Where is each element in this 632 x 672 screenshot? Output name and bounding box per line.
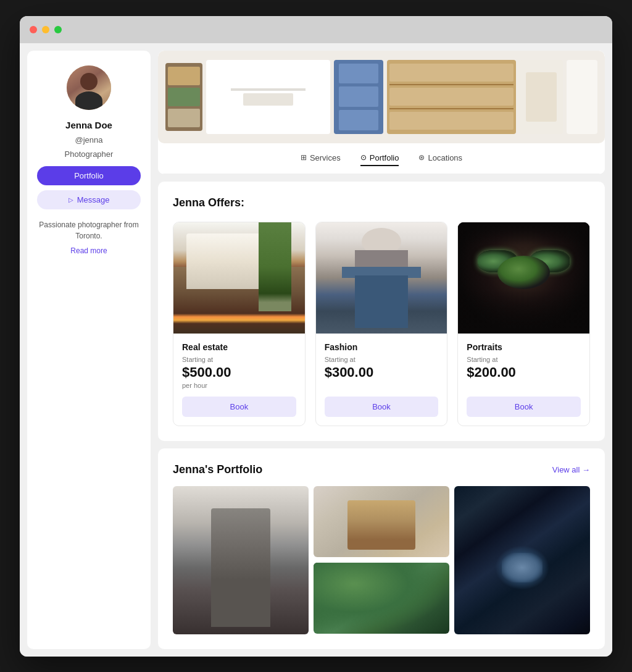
play-icon: ▷ [69, 196, 73, 203]
hero-furniture-image [158, 51, 605, 143]
service-price-real-estate: $500.00 [182, 364, 296, 380]
portfolio-button[interactable]: Portfolio [37, 166, 141, 185]
user-name: Jenna Doe [65, 120, 112, 130]
starting-at-real-estate: Starting at [182, 356, 296, 363]
hero-banner [158, 51, 605, 143]
grid-icon: ⊞ [301, 153, 307, 162]
user-profession: Photographer [65, 149, 114, 159]
message-button[interactable]: ▷ Message [37, 190, 141, 209]
starting-at-portraits: Starting at [467, 356, 581, 363]
service-card-portraits: Portraits Starting at $200.00 Book [457, 222, 590, 426]
tab-services[interactable]: ⊞ Services [301, 151, 341, 166]
user-handle: @jenna [75, 135, 102, 145]
service-image-real-estate [173, 222, 305, 334]
read-more-link[interactable]: Read more [70, 246, 107, 255]
traffic-light-yellow[interactable] [42, 26, 49, 33]
portfolio-item-man-coat[interactable] [173, 486, 309, 634]
portfolio-grid [173, 486, 590, 634]
profile-nav-wrapper: ⊞ Services ⊙ Portfolio ⊛ Locations [158, 51, 605, 174]
service-name-fashion: Fashion [325, 342, 439, 352]
browser-content: Jenna Doe @jenna Photographer Portfolio … [20, 43, 612, 657]
portfolio-item-man-beige[interactable] [314, 486, 449, 557]
traffic-light-green[interactable] [54, 26, 62, 33]
camera-icon: ⊙ [360, 153, 367, 162]
portfolio-section: Jenna's Portfolio View all → [158, 448, 605, 649]
shelf-blue [334, 60, 383, 134]
tab-portfolio[interactable]: ⊙ Portfolio [360, 151, 399, 166]
profile-nav: ⊞ Services ⊙ Portfolio ⊛ Locations [158, 143, 605, 174]
per-unit-real-estate: per hour [182, 382, 296, 389]
services-title: Jenna Offers: [173, 196, 590, 209]
service-body-fashion: Fashion Starting at $300.00 Book [316, 334, 447, 426]
sidebar: Jenna Doe @jenna Photographer Portfolio … [27, 51, 151, 649]
service-card-real-estate: Real estate Starting at $500.00 per hour… [173, 222, 306, 426]
portfolio-image-green [314, 563, 449, 634]
browser-toolbar [20, 16, 612, 43]
service-image-portrait [458, 222, 589, 334]
shelf-right-wood [387, 60, 516, 134]
service-price-fashion: $300.00 [325, 364, 439, 380]
shelf-far-right [520, 60, 563, 134]
shelf-left [165, 63, 202, 131]
tab-services-label: Services [310, 153, 341, 162]
services-section: Jenna Offers: Real estate Starting at [158, 182, 605, 441]
service-body-real-estate: Real estate Starting at $500.00 per hour… [173, 334, 305, 426]
book-button-portraits[interactable]: Book [467, 397, 581, 417]
service-name-portraits: Portraits [467, 342, 581, 352]
portfolio-header: Jenna's Portfolio View all → [173, 463, 590, 476]
view-all-link[interactable]: View all → [552, 465, 590, 474]
service-price-portraits: $200.00 [467, 364, 581, 380]
tab-locations[interactable]: ⊛ Locations [418, 151, 462, 166]
portfolio-title: Jenna's Portfolio [173, 463, 262, 476]
portfolio-item-ocean[interactable] [454, 486, 590, 634]
portfolio-image-man-beige [314, 486, 449, 557]
portfolio-item-green[interactable] [314, 563, 449, 634]
message-label: Message [77, 195, 110, 204]
service-card-fashion: Fashion Starting at $300.00 Book [315, 222, 448, 426]
traffic-light-red[interactable] [30, 26, 37, 33]
book-button-fashion[interactable]: Book [325, 397, 439, 417]
shelf-accent [567, 60, 597, 134]
portfolio-image-man-coat [173, 486, 309, 634]
service-name-real-estate: Real estate [182, 342, 296, 352]
service-body-portraits: Portraits Starting at $200.00 Book [458, 334, 589, 426]
tab-locations-label: Locations [428, 153, 462, 162]
book-button-real-estate[interactable]: Book [182, 397, 296, 417]
shelf-center-white [206, 60, 330, 134]
services-grid: Real estate Starting at $500.00 per hour… [173, 222, 590, 426]
browser-window: Jenna Doe @jenna Photographer Portfolio … [20, 16, 612, 657]
pin-icon: ⊛ [418, 153, 425, 162]
service-image-fashion [316, 222, 447, 334]
avatar [67, 65, 111, 110]
main-content: ⊞ Services ⊙ Portfolio ⊛ Locations Jenna… [158, 51, 605, 649]
user-bio: Passionate photographer from Toronto. [37, 219, 141, 242]
tab-portfolio-label: Portfolio [370, 153, 399, 162]
starting-at-fashion: Starting at [325, 356, 439, 363]
avatar-image [67, 65, 111, 110]
portfolio-image-ocean [454, 486, 590, 634]
